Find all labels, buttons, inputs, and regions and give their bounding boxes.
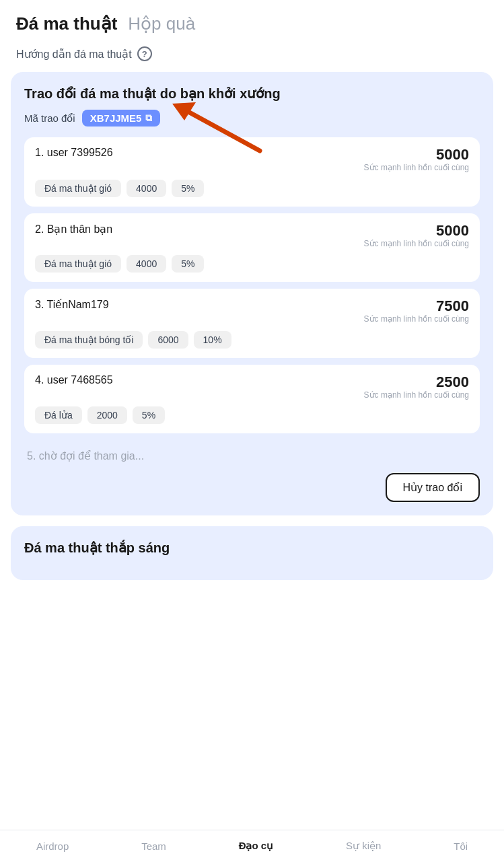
player-tag-4-2: 2000 [87, 406, 127, 424]
nav-item-sự-kiện[interactable]: Sự kiện [346, 840, 381, 852]
player-score-label-2: Sức mạnh linh hồn cuối cùng [364, 239, 469, 248]
player-score-3: 7500 [364, 298, 469, 314]
player-card-3: 3. TiếnNam179 7500 Sức mạnh linh hồn cuố… [24, 289, 480, 358]
copy-icon: ⧉ [145, 112, 152, 124]
player-score-4: 2500 [364, 374, 469, 390]
player-score-1: 5000 [364, 147, 469, 163]
player-tag-2-3: 5% [172, 255, 204, 273]
help-icon[interactable]: ? [137, 46, 152, 61]
player-score-block-3: 7500 Sức mạnh linh hồn cuối cùng [364, 298, 469, 324]
bottom-nav: AirdropTeamĐạo cụSự kiệnTôi [0, 830, 504, 864]
guide-label: Hướng dẫn đá ma thuật [16, 48, 132, 61]
player-score-block-2: 5000 Sức mạnh linh hồn cuối cùng [364, 223, 469, 249]
trade-code-value: XB7JJME5 [90, 112, 142, 124]
player-name-3: 3. TiếnNam179 [35, 298, 109, 311]
player-tags-3: Đá ma thuật bóng tối600010% [35, 331, 469, 349]
waiting-slot: 5. chờ đợi để tham gia... [24, 440, 480, 465]
trade-code-row: Mã trao đổi XB7JJME5 ⧉ [24, 110, 480, 127]
player-card-1: 1. user 7399526 5000 Sức mạnh linh hồn c… [24, 137, 480, 207]
player-card-4: 4. user 7468565 2500 Sức mạnh linh hồn c… [24, 365, 480, 434]
page-title-active: Đá ma thuật [16, 13, 117, 34]
player-score-block-1: 5000 Sức mạnh linh hồn cuối cùng [364, 147, 469, 173]
player-score-2: 5000 [364, 223, 469, 239]
player-tag-2-2: 4000 [127, 255, 166, 273]
player-score-block-4: 2500 Sức mạnh linh hồn cuối cùng [364, 374, 469, 400]
card-title: Trao đổi đá ma thuật do bạn khởi xướng [24, 85, 480, 102]
player-score-label-3: Sức mạnh linh hồn cuối cùng [364, 314, 469, 324]
player-tag-4-3: 5% [133, 406, 165, 424]
nav-item-tôi[interactable]: Tôi [454, 840, 468, 852]
nav-item-team[interactable]: Team [141, 840, 166, 852]
cancel-button[interactable]: Hủy trao đổi [386, 473, 480, 502]
player-tag-1-3: 5% [172, 180, 204, 197]
player-name-4: 4. user 7468565 [35, 374, 113, 386]
second-section-title: Đá ma thuật thắp sáng [24, 540, 480, 556]
nav-item-đạo-cụ[interactable]: Đạo cụ [239, 840, 274, 852]
player-tag-3-1: Đá ma thuật bóng tối [35, 331, 143, 349]
trade-code-label: Mã trao đổi [24, 112, 75, 124]
nav-item-airdrop[interactable]: Airdrop [36, 840, 69, 852]
second-section: Đá ma thuật thắp sáng [11, 526, 493, 580]
player-tags-4: Đá lửa20005% [35, 406, 469, 424]
main-trade-card: Trao đổi đá ma thuật do bạn khởi xướng M… [11, 72, 493, 515]
page-title-inactive[interactable]: Hộp quà [128, 13, 195, 34]
player-tags-2: Đá ma thuật gió40005% [35, 255, 469, 273]
player-name-2: 2. Bạn thân bạn [35, 223, 112, 236]
player-score-label-1: Sức mạnh linh hồn cuối cùng [364, 163, 469, 172]
player-tags-1: Đá ma thuật gió40005% [35, 180, 469, 197]
guide-row: Hướng dẫn đá ma thuật ? [0, 41, 504, 72]
player-tag-2-1: Đá ma thuật gió [35, 255, 121, 273]
player-tag-1-1: Đá ma thuật gió [35, 180, 121, 197]
player-tag-3-2: 6000 [148, 331, 188, 349]
player-tag-1-2: 4000 [127, 180, 166, 197]
player-card-2: 2. Bạn thân bạn 5000 Sức mạnh linh hồn c… [24, 213, 480, 283]
player-score-label-4: Sức mạnh linh hồn cuối cùng [364, 390, 469, 400]
player-tag-3-3: 10% [194, 331, 231, 349]
player-tag-4-1: Đá lửa [35, 406, 82, 424]
header: Đá ma thuật Hộp quà [0, 0, 504, 41]
player-name-1: 1. user 7399526 [35, 147, 113, 159]
players-list: 1. user 7399526 5000 Sức mạnh linh hồn c… [24, 137, 480, 433]
cancel-row: Hủy trao đổi [24, 473, 480, 502]
trade-code-badge[interactable]: XB7JJME5 ⧉ [82, 110, 161, 127]
